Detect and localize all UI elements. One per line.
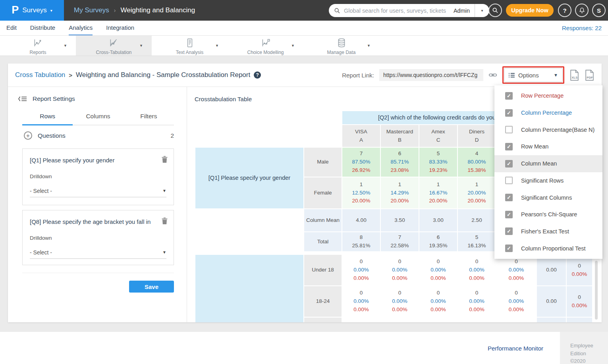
report-settings-panel: Report Settings Rows Columns Filters + Q… — [8, 87, 187, 322]
checkbox-checked-icon[interactable]: ✓ — [505, 109, 513, 117]
row-header-male: Male — [304, 148, 342, 177]
toolbar-manage-data[interactable]: Manage Data ▼ — [303, 36, 379, 56]
help-icon[interactable]: ? — [254, 71, 261, 79]
trash-icon — [162, 156, 168, 163]
bell-icon — [579, 7, 585, 14]
search-input[interactable] — [344, 8, 454, 14]
save-button[interactable]: Save — [129, 281, 174, 293]
options-annotation-box: Options ▼ — [502, 66, 564, 84]
q1-row-label: [Q1] Please specify your gender — [195, 148, 303, 208]
product-switcher[interactable]: P Surveys ▾ — [0, 0, 64, 21]
report-link-label: Report Link: — [342, 72, 374, 79]
checkbox-checked-icon[interactable]: ✓ — [505, 92, 513, 100]
toolbar-cross-tabulation[interactable]: Cross-Tabulation ▼ — [76, 36, 152, 56]
checkbox-checked-icon[interactable]: ✓ — [505, 143, 513, 150]
option-significant-columns[interactable]: ✓ Significant Columns — [494, 189, 602, 206]
chevron-down-icon[interactable]: ▼ — [139, 44, 143, 48]
cell-pct: 22.58% — [391, 242, 409, 250]
drilldown-select[interactable]: - Select - ▼ — [30, 246, 166, 259]
options-button[interactable]: Options ▼ — [504, 68, 563, 82]
chevron-down-icon[interactable]: ▼ — [215, 44, 219, 48]
cell-row-pct: 0.00% — [509, 266, 524, 274]
tab-filters[interactable]: Filters — [124, 113, 174, 125]
question-card-q1: [Q1] Please specify your gender Drilldow… — [22, 148, 174, 205]
checkbox-checked-icon[interactable]: ✓ — [505, 194, 513, 201]
table-cell: 4.00 — [342, 209, 380, 231]
checkbox-unchecked-icon[interactable] — [505, 177, 513, 184]
option-fishers-exact-test[interactable]: ✓ Fisher's Exact Test — [494, 223, 602, 240]
col-name: VISA — [355, 128, 367, 136]
performance-monitor-link[interactable]: Performance Monitor — [488, 345, 543, 352]
nav-tab-edit[interactable]: Edit — [6, 21, 17, 35]
toolbar-label: Choice Modelling — [247, 50, 284, 55]
option-column-proportional-test[interactable]: ✓ Column Proportional Test — [494, 240, 602, 257]
table-cell — [458, 318, 496, 322]
table-cell: 00.00%0.00% — [496, 286, 536, 317]
cell-count: 0 — [360, 289, 363, 297]
checkbox-unchecked-icon[interactable] — [505, 126, 513, 133]
toolbar-reports[interactable]: Reports ▼ — [0, 36, 76, 56]
search-submit-button[interactable] — [488, 4, 502, 17]
cell-pct: 0.00% — [572, 302, 587, 310]
notifications-button[interactable] — [575, 4, 589, 17]
option-label: Column Percentage(Base N) — [521, 127, 594, 133]
upgrade-now-button[interactable]: Upgrade Now — [506, 4, 554, 17]
cell-row-pct: 83.33% — [429, 158, 448, 166]
copy-link-button[interactable] — [488, 71, 497, 79]
delete-question-button[interactable] — [162, 156, 168, 164]
checkbox-checked-icon[interactable]: ✓ — [505, 245, 513, 252]
checkbox-checked-icon[interactable]: ✓ — [505, 160, 513, 168]
export-xls-button[interactable]: XLS — [569, 69, 579, 81]
search-scope-dropdown[interactable]: ▾ — [475, 8, 489, 13]
option-row-mean[interactable]: ✓ Row Mean — [494, 138, 602, 155]
cell-row-pct: 14.29% — [391, 189, 409, 197]
cell-count: 0 — [475, 289, 479, 297]
option-column-mean[interactable]: ✓ Column Mean — [494, 155, 602, 172]
cell-count: 8 — [360, 233, 363, 242]
row-header-female: Female — [304, 177, 342, 208]
cross-tabulation-link[interactable]: Cross Tabulation — [15, 71, 65, 79]
footer: Performance Monitor Employee Edition ©20… — [0, 332, 608, 364]
option-significant-rows[interactable]: Significant Rows — [494, 172, 602, 189]
delete-question-button[interactable] — [162, 218, 168, 226]
export-pdf-button[interactable]: PDF — [585, 69, 594, 81]
account-avatar[interactable]: S — [592, 4, 606, 17]
cell-row-pct: 0.00% — [469, 297, 484, 306]
report-link-input[interactable] — [379, 69, 483, 81]
option-label: Significant Columns — [521, 195, 572, 201]
cell-count: 1 — [437, 181, 440, 189]
drilldown-select[interactable]: - Select - ▼ — [30, 185, 166, 197]
toolbar-choice-modelling[interactable]: Choice Modelling ▼ — [228, 36, 303, 56]
cell-count: 0 — [578, 293, 581, 302]
cell-col-pct: 15.38% — [468, 166, 486, 175]
breadcrumb-my-surveys[interactable]: My Surveys — [74, 6, 109, 14]
table-scrollbar[interactable] — [595, 261, 598, 320]
nav-tab-distribute[interactable]: Distribute — [30, 21, 55, 35]
toolbar-text-analysis[interactable]: Text Analysis ▼ — [152, 36, 228, 56]
chevron-down-icon[interactable]: ▼ — [291, 44, 295, 48]
chevron-down-icon[interactable]: ▼ — [64, 44, 67, 48]
nav-tab-analytics[interactable]: Analytics — [69, 21, 93, 35]
add-question-button[interactable]: + — [24, 131, 32, 140]
table-cell: 112.50%20.00% — [342, 177, 380, 208]
option-column-percentage[interactable]: ✓ Column Percentage — [494, 104, 602, 121]
cell-col-pct: 20.00% — [468, 197, 486, 205]
database-icon — [336, 38, 347, 50]
help-button[interactable]: ? — [558, 4, 571, 17]
cell-count: 0 — [398, 258, 401, 266]
option-row-percentage[interactable]: ✓ Row Percentage — [494, 87, 602, 104]
table-cell: 00.00%0.00% — [342, 286, 380, 317]
checkbox-checked-icon[interactable]: ✓ — [505, 227, 513, 235]
survey-nav: Edit Distribute Analytics Integration Re… — [0, 21, 608, 36]
chevron-down-icon[interactable]: ▼ — [367, 44, 371, 48]
tab-rows[interactable]: Rows — [22, 113, 73, 125]
table-cell: 685.71%23.08% — [381, 148, 419, 177]
option-pearsons-chi-square[interactable]: ✓ Pearson's Chi-Square — [494, 206, 602, 223]
cell-count: 0 — [437, 289, 440, 297]
collapse-panel-icon[interactable] — [18, 96, 27, 102]
tab-columns[interactable]: Columns — [73, 113, 123, 125]
cell-pct: 16.13% — [468, 242, 486, 250]
option-column-percentage-base-n[interactable]: Column Percentage(Base N) — [494, 121, 602, 138]
checkbox-checked-icon[interactable]: ✓ — [505, 211, 513, 218]
nav-tab-integration[interactable]: Integration — [106, 21, 134, 35]
